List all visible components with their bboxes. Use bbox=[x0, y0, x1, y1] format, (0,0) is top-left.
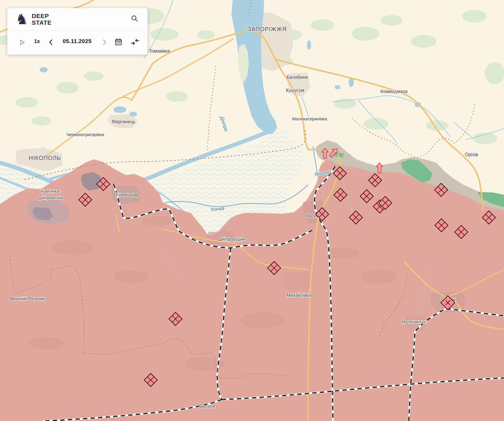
city-label: Кушугум bbox=[286, 88, 304, 93]
city-label: Верхній Рогачик bbox=[10, 296, 45, 301]
city-label: Дніпровська bbox=[39, 195, 64, 200]
date-display[interactable]: 05.11.2025 bbox=[57, 38, 97, 44]
converging-arrows-icon bbox=[131, 38, 139, 46]
brand-line2: STATE bbox=[32, 19, 52, 26]
jump-to-latest-button[interactable] bbox=[131, 38, 139, 46]
control-panel: ♞ DEEP STATE 1x 05.11.2025 bbox=[7, 8, 148, 55]
next-day-button[interactable] bbox=[101, 39, 108, 46]
calendar-button[interactable] bbox=[114, 38, 123, 46]
previous-day-button[interactable] bbox=[47, 39, 54, 46]
city-label: Дніпрорудне bbox=[219, 237, 246, 242]
city-label: НІКОПОЛЬ bbox=[29, 155, 61, 161]
city-label: Оріхів bbox=[465, 152, 478, 157]
city-label: Малокатеринівка bbox=[292, 116, 327, 121]
chevron-left-icon bbox=[47, 39, 54, 46]
deepstate-logo-knight-icon: ♞ bbox=[15, 10, 29, 28]
city-label: Енергодар bbox=[116, 192, 139, 197]
chevron-right-icon bbox=[101, 39, 108, 46]
city-label: Михайлівка bbox=[287, 293, 312, 298]
timeline-controls: 1x 05.11.2025 bbox=[7, 31, 148, 55]
deepstate-map-app: ЗАПОРІЖЖЯБалабинеКушугумКомишувахаМалока… bbox=[0, 0, 504, 421]
panel-header: ♞ DEEP STATE bbox=[7, 8, 148, 31]
city-label: Марганець bbox=[112, 119, 136, 124]
play-button[interactable] bbox=[18, 39, 26, 46]
war-map-canvas[interactable]: ЗАПОРІЖЖЯБалабинеКушугумКомишувахаМалока… bbox=[0, 0, 504, 421]
brand-line1: DEEP bbox=[32, 13, 52, 19]
brand-wordmark: DEEP STATE bbox=[32, 13, 52, 26]
speed-label[interactable]: 1x bbox=[32, 38, 42, 44]
calendar-icon bbox=[114, 38, 123, 46]
city-label: Червоногригорівка bbox=[66, 132, 104, 137]
city-label: Молочанськ bbox=[402, 319, 426, 324]
city-label: Балабине bbox=[287, 75, 308, 80]
search-icon bbox=[131, 15, 138, 22]
city-label: Кам'янка- bbox=[41, 189, 61, 194]
city-label: ЗАПОРІЖЖЯ bbox=[248, 26, 287, 32]
city-label: Комишуваха bbox=[381, 89, 408, 94]
play-icon bbox=[18, 39, 26, 46]
city-label: Веселе bbox=[199, 404, 215, 409]
city-label: Томаківка bbox=[149, 49, 170, 53]
search-button[interactable] bbox=[131, 15, 138, 22]
